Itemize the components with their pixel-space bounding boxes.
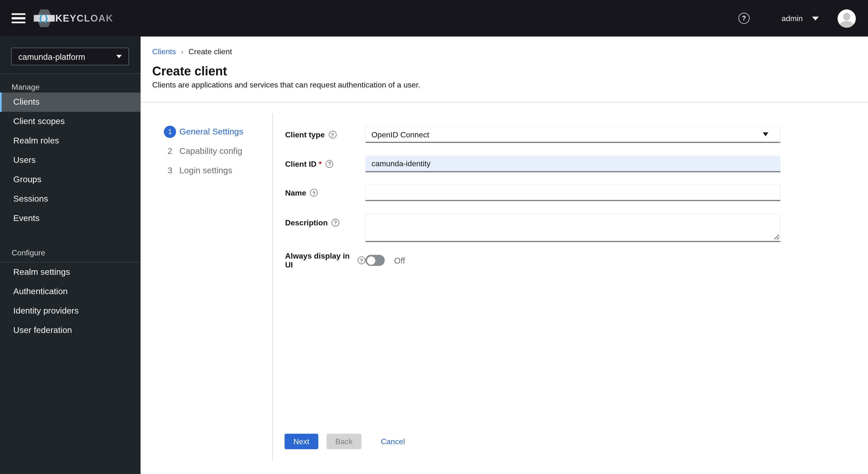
username: admin: [781, 14, 803, 23]
nav-list-configure: Realm settings Authentication Identity p…: [0, 262, 141, 340]
client-type-label: Client type: [285, 130, 365, 139]
client-id-row: Client ID *: [285, 155, 868, 172]
description-row: Description: [285, 213, 868, 242]
client-type-select[interactable]: OpenID Connect: [366, 126, 781, 143]
client-id-label: Client ID *: [285, 159, 365, 168]
always-display-toggle[interactable]: [366, 255, 385, 266]
client-id-input[interactable]: [366, 155, 781, 172]
next-button[interactable]: Next: [285, 434, 318, 449]
wizard-footer: Next Back Cancel: [285, 434, 868, 449]
breadcrumb-clients-link[interactable]: Clients: [152, 47, 176, 56]
sidebar-item-client-scopes[interactable]: Client scopes: [0, 112, 141, 131]
nav-toggle-button[interactable]: [11, 13, 25, 24]
hamburger-icon: [11, 13, 25, 15]
wizard-step-capability-config[interactable]: 2 Capability config: [164, 141, 273, 161]
description-label: Description: [285, 213, 365, 227]
avatar[interactable]: [837, 9, 856, 27]
page-subtitle: Clients are applications and services th…: [152, 80, 868, 90]
sidebar-item-sessions[interactable]: Sessions: [0, 189, 141, 209]
nav-section-configure: Configure: [0, 248, 141, 257]
sidebar: camunda-platform Manage Clients Client s…: [0, 37, 141, 474]
sidebar-item-groups[interactable]: Groups: [0, 170, 141, 189]
current-realm: camunda-platform: [18, 52, 113, 61]
breadcrumb: Clients › Create client: [152, 47, 868, 56]
step-number-badge: 1: [164, 125, 176, 138]
page-title: Create client: [152, 63, 868, 80]
keycloak-admin-console: ⟨ ⟩ KEYCLOAK admin camunda-platform Ma: [0, 0, 868, 474]
nav-list-manage: Clients Client scopes Realm roles Users …: [0, 92, 141, 228]
main-content: Clients › Create client Create client Cl…: [141, 37, 868, 474]
sidebar-item-events[interactable]: Events: [0, 209, 141, 228]
breadcrumb-current: Create client: [188, 47, 232, 56]
step-number: 3: [164, 164, 176, 176]
keycloak-logo: ⟨ ⟩ KEYCLOAK: [35, 7, 113, 29]
sidebar-item-users[interactable]: Users: [0, 150, 141, 170]
back-button[interactable]: Back: [327, 434, 361, 449]
chevron-down-icon: [116, 55, 122, 58]
realm-selector-section: camunda-platform: [0, 37, 141, 74]
chevron-right-glyph: ⟩: [44, 13, 48, 25]
realm-selector[interactable]: camunda-platform: [11, 48, 129, 65]
wizard-steps-nav: 1 General Settings 2 Capability config 3…: [141, 114, 273, 462]
name-row: Name: [285, 184, 868, 201]
breadcrumb-separator-icon: ›: [181, 47, 184, 56]
wizard-step-general-settings[interactable]: 1 General Settings: [164, 122, 273, 141]
help-icon[interactable]: [358, 257, 366, 264]
user-menu[interactable]: admin: [781, 14, 818, 23]
required-asterisk: *: [319, 159, 321, 168]
chevron-down-icon: [812, 16, 818, 20]
wizard: 1 General Settings 2 Capability config 3…: [141, 102, 868, 474]
help-icon[interactable]: [310, 189, 318, 197]
name-label: Name: [285, 188, 365, 197]
brand-text: KEYCLOAK: [56, 12, 113, 24]
chevron-down-icon: [763, 132, 769, 136]
create-client-form: Client type OpenID Connect Client ID *: [273, 102, 868, 474]
help-icon[interactable]: [326, 160, 334, 168]
always-display-label: Always display in UI: [285, 251, 365, 269]
description-textarea[interactable]: [366, 213, 781, 242]
masthead-actions: admin: [738, 9, 868, 27]
sidebar-item-realm-roles[interactable]: Realm roles: [0, 131, 141, 150]
masthead: ⟨ ⟩ KEYCLOAK admin: [0, 0, 868, 37]
always-display-row: Always display in UI Off: [285, 254, 868, 266]
sidebar-item-realm-settings[interactable]: Realm settings: [0, 262, 141, 282]
cancel-button[interactable]: Cancel: [378, 437, 408, 446]
name-input[interactable]: [366, 184, 781, 201]
sidebar-item-clients[interactable]: Clients: [0, 92, 141, 112]
sidebar-item-authentication[interactable]: Authentication: [0, 282, 141, 301]
help-icon[interactable]: [332, 218, 339, 226]
help-icon[interactable]: [329, 130, 336, 138]
sidebar-item-user-federation[interactable]: User federation: [0, 320, 141, 340]
chevron-left-glyph: ⟨: [39, 13, 42, 25]
wizard-step-login-settings[interactable]: 3 Login settings: [164, 161, 273, 180]
toggle-state-label: Off: [394, 256, 405, 265]
client-type-value: OpenID Connect: [372, 130, 763, 139]
sidebar-item-identity-providers[interactable]: Identity providers: [0, 301, 141, 320]
client-type-row: Client type OpenID Connect: [285, 126, 868, 143]
keycloak-logo-icon: ⟨ ⟩: [35, 9, 54, 28]
step-number: 2: [164, 145, 176, 157]
page-header: Clients › Create client Create client Cl…: [141, 37, 868, 102]
help-icon[interactable]: [738, 13, 750, 24]
nav-section-manage: Manage: [0, 83, 141, 92]
